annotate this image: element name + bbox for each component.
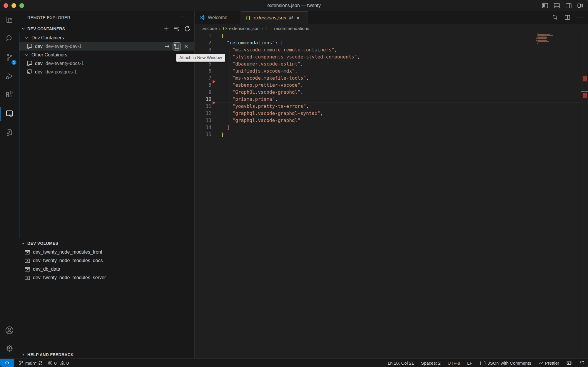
clear-filter-icon[interactable] <box>173 25 180 32</box>
line-number[interactable]: 12 <box>195 110 211 117</box>
breadcrumb-symbol[interactable]: recommendations <box>274 26 309 31</box>
modified-badge: M <box>289 15 293 20</box>
tree-group-dev-containers[interactable]: Dev Containers <box>19 33 194 42</box>
dev-containers-section-header[interactable]: DEV CONTAINERS <box>19 25 194 33</box>
more-actions-icon[interactable]: ··· <box>180 13 188 20</box>
toggle-sidebar-left-icon[interactable] <box>542 2 549 9</box>
overview-ruler[interactable] <box>582 32 588 359</box>
settings-gear-icon[interactable] <box>0 340 19 356</box>
indentation-item[interactable]: Spaces: 2 <box>421 361 441 366</box>
tab-welcome[interactable]: Welcome <box>195 11 241 24</box>
container-icon <box>26 43 33 49</box>
search-icon[interactable] <box>0 30 19 47</box>
array-symbol-icon: [ ] <box>265 26 272 31</box>
stop-container-icon[interactable] <box>182 43 190 50</box>
split-editor-icon[interactable] <box>564 14 571 21</box>
code-line[interactable]: "yoavbls.pretty-ts-errors", <box>221 103 360 110</box>
notifications-bell-icon[interactable] <box>579 360 584 366</box>
volume-row[interactable]: dev_db_data <box>19 265 194 273</box>
branch-status-item[interactable]: main* <box>19 360 43 366</box>
line-number[interactable]: 9 <box>195 89 211 96</box>
activity-bar: 1 <box>0 11 19 359</box>
more-actions-icon[interactable]: ··· <box>576 14 584 21</box>
eol-item[interactable]: LF <box>467 361 472 366</box>
line-number[interactable]: 8 <box>195 82 211 89</box>
code-line[interactable]: { <box>221 32 360 39</box>
code-line[interactable]: "unifiedjs.vscode-mdx", <box>221 68 360 75</box>
toggle-sidebar-right-icon[interactable] <box>565 2 572 9</box>
code-line[interactable]: "graphql.vscode-graphql" <box>221 117 360 124</box>
account-icon[interactable] <box>0 322 19 338</box>
minimap-line <box>537 37 547 38</box>
code-line[interactable]: "dbaeumer.vscode-eslint", <box>221 61 360 68</box>
code-line[interactable]: ] <box>221 124 360 131</box>
line-number[interactable]: 11 <box>195 103 211 110</box>
ruler-deleted-marker <box>583 93 587 98</box>
container-row-dev-twenty-docs-1[interactable]: dev dev-twenty-docs-1 <box>19 59 194 68</box>
tree-group-other-containers[interactable]: Other Containers <box>19 51 194 59</box>
sidebar-title-row: REMOTE EXPLORER ··· <box>19 11 194 25</box>
line-number[interactable]: 6 <box>195 68 211 75</box>
remote-indicator[interactable] <box>0 359 14 367</box>
line-number[interactable]: 7 <box>195 75 211 82</box>
tab-extensions-json[interactable]: {} extensions.json M <box>241 11 308 24</box>
window-title: extensions.json — twenty <box>0 0 588 11</box>
code-line[interactable]: "styled-components.vscode-styled-compone… <box>221 53 360 61</box>
volume-row[interactable]: dev_twenty_node_modules_front <box>19 248 194 256</box>
attach-current-window-icon[interactable] <box>163 43 171 50</box>
explorer-icon[interactable] <box>0 12 19 28</box>
gutter: 123456789101112131415 <box>195 32 211 138</box>
volume-row[interactable]: dev_twenty_node_modules_docs <box>19 256 194 265</box>
line-number[interactable]: 15 <box>195 131 211 138</box>
volume-icon <box>24 258 30 264</box>
code-line[interactable]: "recommendations": [ <box>221 39 360 46</box>
deleted-lines-marker[interactable] <box>213 101 216 105</box>
line-number[interactable]: 2 <box>195 39 211 46</box>
breadcrumb[interactable]: .vscode › {} extensions.json › [ ] recom… <box>195 24 588 32</box>
add-container-icon[interactable] <box>163 25 170 32</box>
source-control-icon[interactable]: 1 <box>0 49 19 66</box>
container-row-dev-twenty-dev-1[interactable]: dev dev-twenty-dev-1 <box>19 42 194 51</box>
formatter-item[interactable]: Prettier <box>538 360 559 366</box>
code-editor[interactable]: 123456789101112131415 { "recommendations… <box>195 32 588 359</box>
breadcrumb-folder[interactable]: .vscode <box>202 26 217 31</box>
language-mode-item[interactable]: { } JSON with Comments <box>480 361 531 366</box>
extensions-icon[interactable] <box>0 87 19 103</box>
container-icon <box>26 60 33 66</box>
remote-explorer-icon[interactable] <box>0 105 19 122</box>
code-line[interactable]: "graphql.vscode-graphql-syntax", <box>221 110 360 117</box>
cursor-position-item[interactable]: Ln 10, Col 21 <box>388 361 414 366</box>
containers-config-icon[interactable] <box>0 124 19 141</box>
code-line[interactable]: "ms-vscode.makefile-tools", <box>221 75 360 82</box>
code-line[interactable]: "prisma.prisma", <box>221 96 360 103</box>
dev-volumes-section-header[interactable]: DEV VOLUMES <box>19 239 194 247</box>
line-number[interactable]: 3 <box>195 46 211 53</box>
deleted-lines-marker[interactable] <box>213 80 216 83</box>
breadcrumb-file[interactable]: extensions.json <box>229 26 259 31</box>
code-line[interactable]: "esbenp.prettier-vscode", <box>221 82 360 89</box>
encoding-item[interactable]: UTF-8 <box>448 361 460 366</box>
attach-new-window-icon[interactable] <box>173 43 181 50</box>
source-control-badge: 1 <box>11 60 16 65</box>
code-line[interactable]: "GraphQL.vscode-graphql", <box>221 89 360 96</box>
run-debug-icon[interactable] <box>0 68 19 84</box>
chevron-down-icon <box>24 36 29 40</box>
volume-row[interactable]: dev_twenty_node_modules_server <box>19 273 194 282</box>
problems-status-item[interactable]: 0 0 <box>48 361 69 366</box>
toggle-panel-bottom-icon[interactable] <box>553 2 560 9</box>
line-number[interactable]: 1 <box>195 32 211 39</box>
volume-icon <box>24 266 30 272</box>
close-tab-icon[interactable] <box>296 16 300 20</box>
open-changes-icon[interactable] <box>552 14 559 21</box>
line-number[interactable]: 14 <box>195 124 211 131</box>
refresh-icon[interactable] <box>184 25 191 32</box>
feedback-icon[interactable] <box>566 360 572 366</box>
code-line[interactable]: "ms-vscode-remote.remote-containers", <box>221 46 360 53</box>
help-and-feedback-header[interactable]: HELP AND FEEDBACK <box>19 350 194 359</box>
line-number[interactable]: 13 <box>195 117 211 124</box>
line-number[interactable]: 10 <box>195 96 211 103</box>
dev-containers-panel: Dev Containers dev dev-twenty-dev-1 <box>19 33 194 238</box>
code-line[interactable]: } <box>221 131 360 138</box>
customize-layout-icon[interactable] <box>577 2 584 9</box>
container-row-dev-postgres-1[interactable]: dev dev-postgres-1 <box>19 68 194 76</box>
